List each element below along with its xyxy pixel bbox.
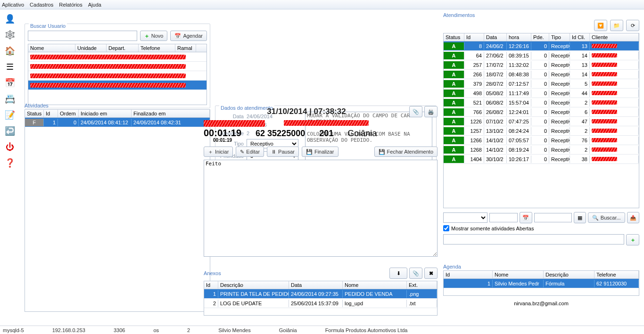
- atend-row[interactable]: A122607/10/207:47:250Receptiv47: [444, 117, 639, 126]
- atend-row[interactable]: A824/06/212:26:160Receptiv13: [444, 41, 639, 51]
- iniciar-button[interactable]: ＋Iniciar: [204, 147, 233, 157]
- cal-icon[interactable]: 📅: [520, 212, 532, 223]
- menu-cadastros[interactable]: Cadastros: [30, 2, 53, 8]
- clip-icon[interactable]: 📎: [409, 106, 422, 117]
- col-status[interactable]: Status: [25, 110, 44, 117]
- agenda-row[interactable]: 1 Silvio Mendes Pedr Fórmula 62 91120030: [444, 279, 639, 288]
- col-nome[interactable]: Nome: [28, 44, 75, 52]
- col-anome[interactable]: Nome: [343, 281, 407, 289]
- exit-icon[interactable]: ↩️: [3, 124, 17, 138]
- atividades-title: Atividades: [25, 103, 210, 108]
- atend-row[interactable]: A125713/10/208:24:240Receptiv2: [444, 126, 639, 136]
- col-aid[interactable]: Id: [204, 281, 218, 289]
- atend-row[interactable]: A6427/06/208:39:150Receptiv14: [444, 51, 639, 60]
- col-tpde[interactable]: Pde.: [531, 33, 549, 41]
- pausar-button[interactable]: ⏸Pausar: [267, 147, 299, 157]
- anexos-title: Anexos: [204, 270, 389, 276]
- col-ttipo[interactable]: Tipo: [549, 33, 570, 41]
- notes-textarea[interactable]: [204, 160, 438, 257]
- menu-aplicativo[interactable]: Aplicativo: [2, 2, 24, 8]
- mostrar-label: Mostrar somente atividades Abertas: [451, 226, 534, 231]
- col-tstatus[interactable]: Status: [444, 33, 464, 41]
- mostrar-checkbox[interactable]: [443, 225, 449, 231]
- left-toolbar: 👤 🕸️ 🏠 ☰ 📅 📇 📝 ↩️ ⏻ ❓: [0, 9, 20, 320]
- text-filter[interactable]: [534, 213, 572, 222]
- col-iniciado[interactable]: Iniciado em: [79, 110, 132, 117]
- f-n: 2: [187, 327, 190, 333]
- list-icon[interactable]: ☰: [3, 60, 17, 73]
- grid-icon[interactable]: ▦: [574, 212, 586, 223]
- anexo-row[interactable]: 2LOG DE UPDATE25/06/2014 15:37:09log_upd…: [204, 299, 437, 308]
- buscar-button[interactable]: 🔍Buscar...: [588, 212, 625, 223]
- col-depart[interactable]: Depart.: [107, 44, 139, 52]
- col-ordem[interactable]: Ordem: [58, 110, 79, 117]
- atend-row[interactable]: A76626/08/212:24:010Receptiv6: [444, 107, 639, 117]
- col-adata[interactable]: Data: [289, 281, 343, 289]
- col-finalizado[interactable]: Finalizado em: [132, 110, 210, 117]
- menu-ajuda[interactable]: Ajuda: [88, 2, 101, 8]
- f-os: os: [153, 327, 159, 333]
- menu-relatorios[interactable]: Relatórios: [59, 2, 83, 8]
- col-tcliente[interactable]: Cliente: [590, 33, 639, 41]
- user-row[interactable]: [28, 81, 206, 90]
- print-icon[interactable]: 🖨️: [424, 106, 438, 117]
- fechar-button[interactable]: 💾Fechar Atendimento: [374, 147, 438, 157]
- col-gdesc[interactable]: Descrição: [544, 271, 594, 278]
- download-icon[interactable]: ⬇: [389, 268, 407, 279]
- editar-button[interactable]: ✎Editar: [236, 147, 264, 157]
- col-gtel[interactable]: Telefone: [594, 271, 639, 278]
- f-port: 3306: [114, 327, 125, 333]
- power-icon[interactable]: ⏻: [3, 140, 17, 154]
- col-unidade[interactable]: Unidade: [75, 44, 107, 52]
- novo-button[interactable]: ＋Novo: [140, 31, 168, 41]
- col-aext[interactable]: Ext.: [407, 281, 437, 289]
- date-input[interactable]: [489, 213, 518, 222]
- atend-row[interactable]: A140430/10/210:26:170Receptiv38: [444, 155, 639, 164]
- col-id[interactable]: Id: [44, 110, 58, 117]
- col-tdata[interactable]: Data: [484, 33, 507, 41]
- col-adesc[interactable]: Descrição: [218, 281, 289, 289]
- extension: 201: [319, 129, 333, 138]
- atend-row[interactable]: A126814/10/208:19:240Receptiv2: [444, 145, 639, 155]
- user-row[interactable]: [28, 62, 206, 71]
- col-telefone[interactable]: Telefone: [139, 44, 175, 52]
- new-input[interactable]: [443, 234, 624, 244]
- folder-icon[interactable]: 📁: [610, 20, 623, 31]
- menu-bar: Aplicativo Cadastros Relatórios Ajuda: [0, 0, 644, 9]
- filter-icon[interactable]: 🔽: [594, 20, 607, 31]
- org-icon[interactable]: 🕸️: [3, 28, 17, 41]
- user-row[interactable]: [28, 52, 206, 62]
- user-row[interactable]: [28, 71, 206, 81]
- col-tidcli[interactable]: Id Cli.: [570, 33, 590, 41]
- filter-select[interactable]: [443, 212, 487, 223]
- col-tid[interactable]: Id: [464, 33, 484, 41]
- user-add-icon[interactable]: 👤: [3, 12, 17, 25]
- contact-icon[interactable]: 📇: [3, 92, 17, 106]
- help-icon[interactable]: ❓: [3, 156, 17, 170]
- search-input[interactable]: [28, 31, 137, 41]
- calendar-icon[interactable]: 📅: [3, 76, 17, 90]
- note-icon[interactable]: 📝: [3, 108, 17, 122]
- refresh-icon[interactable]: ⟳: [626, 20, 639, 31]
- anexo-row[interactable]: 1PRINTE DA TELA DE PEDIDO24/06/2014 09:2…: [204, 289, 437, 299]
- home-icon[interactable]: 🏠: [3, 44, 17, 57]
- delete-icon[interactable]: ✖: [424, 268, 438, 279]
- export-icon[interactable]: 📤: [627, 212, 639, 223]
- add-icon[interactable]: ＋: [626, 234, 639, 245]
- agendar-button[interactable]: 📅Agendar: [170, 31, 207, 41]
- col-ramal[interactable]: Ramal: [175, 44, 196, 52]
- atend-row[interactable]: A25717/07/211:32:020Receptiv13: [444, 60, 639, 70]
- agenda-title: Agenda: [443, 264, 639, 269]
- finalizar-button[interactable]: 💾Finalizar: [302, 147, 339, 157]
- atend-row[interactable]: A126614/10/207:05:570Receptiv76: [444, 136, 639, 145]
- atend-row[interactable]: A49805/08/211:17:490Receptiv44: [444, 89, 639, 98]
- atend-row[interactable]: A37928/07/207:12:570Receptiv5: [444, 79, 639, 89]
- col-thora[interactable]: hora: [507, 33, 531, 41]
- col-gid[interactable]: Id: [444, 271, 493, 278]
- atend-row[interactable]: A26618/07/208:48:380Receptiv14: [444, 70, 639, 79]
- phone-number: 62 35225000: [256, 129, 305, 138]
- attach-icon[interactable]: 📎: [409, 268, 422, 279]
- atend-row[interactable]: A52106/08/215:57:040Receptiv2: [444, 98, 639, 107]
- col-gnome[interactable]: Nome: [493, 271, 544, 278]
- atividade-row[interactable]: F 1 0 24/06/2014 08:41:12 24/06/2014 08:…: [25, 118, 210, 127]
